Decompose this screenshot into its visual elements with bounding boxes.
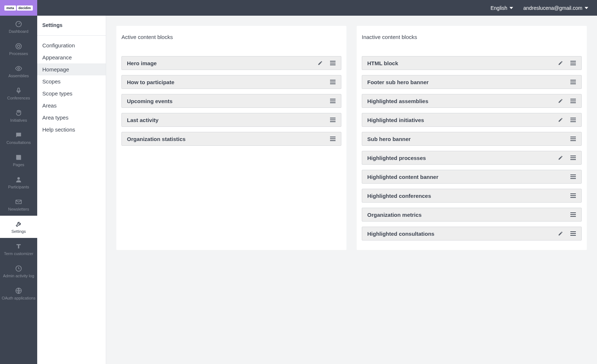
- caret-down-icon: [509, 7, 513, 9]
- svg-point-2: [18, 45, 20, 48]
- sidebar-item-initiatives[interactable]: Initiatives: [0, 105, 37, 127]
- drag-handle-icon[interactable]: [570, 136, 576, 142]
- svg-point-1: [16, 43, 22, 49]
- logo-area[interactable]: meta decidim: [0, 0, 37, 16]
- subsidebar-item-scopes[interactable]: Scopes: [37, 75, 106, 87]
- pencil-icon[interactable]: [557, 98, 564, 104]
- drag-handle-icon[interactable]: [570, 173, 576, 180]
- block-title: Highlighted processes: [367, 155, 426, 161]
- block-actions: [329, 79, 336, 85]
- content-block[interactable]: Sub hero banner: [362, 132, 582, 146]
- pencil-icon[interactable]: [557, 60, 564, 66]
- logo-part1: meta: [4, 5, 16, 11]
- drag-handle-icon[interactable]: [329, 60, 336, 66]
- topbar: English andreslucena@gmail.com: [37, 0, 597, 16]
- content-block[interactable]: Highlighted consultations: [362, 227, 582, 240]
- content-block[interactable]: Highlighted assemblies: [362, 94, 582, 108]
- panel-title-active: Active content blocks: [121, 34, 341, 40]
- block-actions: [557, 154, 576, 161]
- block-title: Highlighted assemblies: [367, 98, 429, 104]
- drag-handle-icon[interactable]: [570, 230, 576, 237]
- sidebar-item-term-customizer[interactable]: Term customizer: [0, 238, 37, 260]
- sidebar-item-label: Settings: [11, 229, 26, 234]
- block-title: Hero image: [127, 60, 157, 66]
- content-block[interactable]: HTML block: [362, 56, 582, 70]
- sidebar-item-processes[interactable]: Processes: [0, 38, 37, 60]
- svg-rect-4: [18, 88, 20, 91]
- drag-handle-icon[interactable]: [570, 211, 576, 218]
- sidebar-item-admin-activity-log[interactable]: Admin activity log: [0, 260, 37, 282]
- sidebar-item-label: Term customizer: [4, 251, 34, 256]
- drag-handle-icon[interactable]: [329, 136, 336, 142]
- gauge-icon: [15, 20, 22, 28]
- language-switcher[interactable]: English: [491, 5, 513, 11]
- content-block[interactable]: Highlighted content banner: [362, 170, 582, 184]
- drag-handle-icon[interactable]: [329, 79, 336, 85]
- globe-icon: [15, 287, 22, 294]
- drag-handle-icon[interactable]: [570, 117, 576, 123]
- wrench-icon: [15, 220, 22, 228]
- active-blocks-panel: Active content blocks Hero imageHow to p…: [116, 26, 346, 250]
- content-block[interactable]: Highlighted initiatives: [362, 113, 582, 127]
- sidebar-item-dashboard[interactable]: Dashboard: [0, 16, 37, 38]
- drag-handle-icon[interactable]: [570, 154, 576, 161]
- mic-icon: [15, 87, 22, 94]
- sidebar-item-label: OAuth applications: [2, 296, 35, 300]
- sidebar-item-newsletters[interactable]: Newsletters: [0, 193, 37, 216]
- pencil-icon[interactable]: [557, 117, 564, 123]
- settings-subsidebar: Settings ConfigurationAppearanceHomepage…: [37, 16, 106, 364]
- pencil-icon[interactable]: [557, 230, 564, 237]
- content-block[interactable]: Hero image: [121, 56, 341, 70]
- drag-handle-icon[interactable]: [329, 117, 336, 123]
- text-icon: [15, 243, 22, 250]
- subsidebar-item-appearance[interactable]: Appearance: [37, 51, 106, 63]
- subsidebar-item-scope-types[interactable]: Scope types: [37, 87, 106, 99]
- subsidebar-item-help-sections[interactable]: Help sections: [37, 124, 106, 136]
- sidebar-item-consultations[interactable]: Consultations: [0, 127, 37, 149]
- pencil-icon[interactable]: [317, 60, 323, 66]
- content-block[interactable]: Upcoming events: [121, 94, 341, 108]
- drag-handle-icon[interactable]: [570, 60, 576, 66]
- content-block[interactable]: Organization metrics: [362, 208, 582, 222]
- subsidebar-item-homepage[interactable]: Homepage: [37, 63, 106, 75]
- sidebar-item-label: Processes: [9, 51, 28, 56]
- block-actions: [557, 60, 576, 66]
- sidebar-item-settings[interactable]: Settings: [0, 216, 37, 238]
- drag-handle-icon[interactable]: [570, 192, 576, 199]
- block-actions: [570, 173, 576, 180]
- content-block[interactable]: Organization statistics: [121, 132, 341, 146]
- content-block[interactable]: How to participate: [121, 75, 341, 89]
- block-actions: [329, 136, 336, 142]
- block-actions: [317, 60, 336, 66]
- content-block[interactable]: Highlighted conferences: [362, 189, 582, 203]
- block-title: Sub hero banner: [367, 136, 411, 142]
- content-block[interactable]: Last activity: [121, 113, 341, 127]
- sidebar-item-participants[interactable]: Participants: [0, 171, 37, 193]
- sidebar-item-label: Dashboard: [9, 29, 28, 34]
- divider: [37, 35, 106, 36]
- sidebar-item-label: Consultations: [7, 140, 31, 145]
- drag-handle-icon[interactable]: [570, 79, 576, 85]
- language-label: English: [491, 5, 507, 11]
- pencil-icon[interactable]: [557, 154, 564, 161]
- envelope-icon: [15, 198, 22, 206]
- content-block[interactable]: Footer sub hero banner: [362, 75, 582, 89]
- subsidebar-item-areas[interactable]: Areas: [37, 99, 106, 111]
- content-block[interactable]: Highlighted processes: [362, 151, 582, 165]
- block-title: Highlighted conferences: [367, 193, 431, 199]
- sidebar-item-conferences[interactable]: Conferences: [0, 82, 37, 105]
- block-title: How to participate: [127, 79, 174, 85]
- drag-handle-icon[interactable]: [329, 98, 336, 104]
- sidebar-item-oauth-applications[interactable]: OAuth applications: [0, 282, 37, 305]
- sidebar-item-pages[interactable]: Pages: [0, 149, 37, 171]
- block-actions: [570, 192, 576, 199]
- subsidebar-item-area-types[interactable]: Area types: [37, 111, 106, 124]
- sidebar-item-assemblies[interactable]: Assemblies: [0, 60, 37, 82]
- drag-handle-icon[interactable]: [570, 98, 576, 104]
- sidebar-item-label: Initiatives: [10, 118, 27, 122]
- clock-icon: [15, 265, 22, 272]
- sidebar-item-label: Pages: [13, 163, 24, 167]
- subsidebar-item-configuration[interactable]: Configuration: [37, 39, 106, 51]
- user-menu[interactable]: andreslucena@gmail.com: [523, 5, 588, 11]
- block-actions: [557, 98, 576, 104]
